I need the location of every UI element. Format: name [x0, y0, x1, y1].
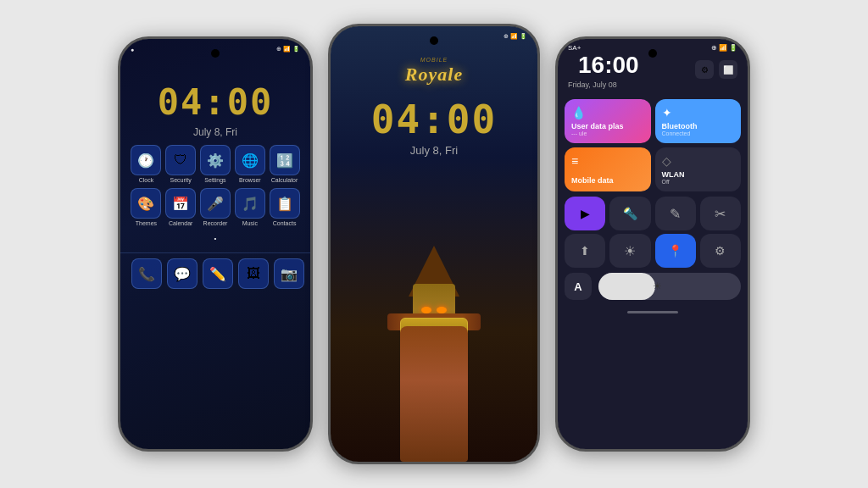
camera-hole-2 [430, 36, 438, 45]
ctrl-small-grid-row2: ⬆ ☀ 📍 ⚙ [558, 232, 748, 269]
home-bar [627, 311, 678, 313]
char-eye-left [421, 307, 431, 313]
ctrl-tile-gear[interactable]: ⚙ [700, 234, 741, 268]
browser-icon: 🌐 [235, 145, 265, 175]
wlan-tile-sub: Off [662, 179, 735, 185]
ctrl-tile-wlan[interactable]: ◇ WLAN Off [655, 147, 742, 191]
screenshot-btn[interactable]: ⬜ [719, 60, 737, 79]
dock-camera[interactable]: 📷 [273, 258, 305, 430]
data-tile-icon: 💧 [571, 106, 644, 119]
char-eyes [421, 307, 447, 313]
app-themes[interactable]: 🎨 Themes [130, 188, 162, 226]
brightness-icon: ☀ [653, 280, 662, 292]
contacts-icon: 📋 [270, 188, 300, 219]
ctrl-time: 16:00 [568, 53, 649, 77]
game-logo-royale: Royale [405, 64, 463, 86]
phone-2: ⊕ 📶 🔋 MOBILE Royale 04:00 July 8, Fri [328, 24, 540, 464]
app-security[interactable]: 🛡 Security [164, 145, 197, 183]
app-browser-label: Browser [239, 177, 261, 183]
ctrl-tile-scissors[interactable]: ✂ [700, 197, 741, 230]
app-grid-1: 🕐 Clock 🛡 Security ⚙️ Settings 🌐 Browser… [120, 138, 310, 252]
app-contacts[interactable]: 📋 Contacts [269, 188, 301, 226]
dock-1: 📞 💬 ✏️ 🖼 📷 [120, 252, 313, 449]
app-calculator[interactable]: 🔢 Calculator [269, 145, 301, 183]
mobile-data-tile-icon: ≡ [571, 154, 644, 168]
messages-icon: 💬 [167, 258, 198, 289]
app-security-label: Security [170, 177, 192, 183]
dock-phone[interactable]: 📞 [131, 258, 163, 430]
dock-messages[interactable]: 💬 [166, 258, 198, 430]
time-area-2: 04:00 July 8, Fri [371, 97, 497, 157]
status-right-2: ⊕ 📶 🔋 [504, 33, 527, 40]
char-eye-right [437, 307, 447, 313]
brightness-slider[interactable]: ☀ [598, 273, 741, 300]
character-figure [366, 258, 502, 462]
calendar-icon: 📅 [165, 188, 196, 219]
app-themes-label: Themes [136, 220, 157, 226]
app-music[interactable]: 🎵 Music [234, 188, 266, 226]
app-settings-label: Settings [204, 177, 225, 183]
ctrl-tile-location[interactable]: 📍 [655, 234, 696, 268]
home-indicator [558, 303, 748, 320]
clock-icon: 🕐 [131, 145, 161, 175]
mobile-data-tile-label: Mobile data [571, 176, 644, 185]
app-row-1: 🕐 Clock 🛡 Security ⚙️ Settings 🌐 Browser… [129, 145, 302, 183]
wlan-tile-icon: ◇ [662, 154, 735, 168]
app-music-label: Music [242, 220, 258, 226]
ctrl-tile-mobile-data[interactable]: ≡ Mobile data [565, 147, 651, 191]
game-logo: MOBILE Royale [405, 57, 463, 86]
app-calendar[interactable]: 📅 Calendar [164, 188, 197, 226]
ctrl-tile-pen[interactable]: ✎ [655, 197, 696, 230]
bluetooth-tile-sub: Connected [662, 130, 735, 136]
a-label: A [574, 280, 581, 293]
security-icon: 🛡 [165, 145, 196, 175]
bluetooth-tile-label: Bluetooth [662, 122, 735, 130]
status-left-1: ● [131, 47, 134, 53]
phone-3: SA+ ⊕ 📶 🔋 16:00 ⚙ ⬜ Friday, July 08 💧 Us… [555, 36, 750, 452]
page-dot-indicator: • [129, 231, 302, 246]
app-calculator-label: Calculator [271, 177, 298, 183]
char-body [400, 326, 468, 462]
auto-brightness-btn[interactable]: A [565, 273, 592, 300]
ctrl-tile-video[interactable]: ▶ [565, 197, 605, 230]
time-display-2: 04:00 [371, 97, 497, 142]
app-browser[interactable]: 🌐 Browser [234, 145, 266, 183]
camera-hole-1 [211, 49, 220, 58]
ctrl-tile-brightness[interactable]: ☀ [609, 234, 650, 268]
app-recorder[interactable]: 🎤 Recorder [199, 188, 231, 226]
app-contacts-label: Contacts [273, 220, 297, 226]
ctrl-status-left: SA+ [568, 44, 581, 52]
ctrl-tile-torch[interactable]: 🔦 [609, 197, 650, 230]
camera-icon: 📷 [274, 258, 304, 289]
settings-icon: ⚙️ [200, 145, 231, 175]
app-clock[interactable]: 🕐 Clock [130, 145, 162, 183]
calculator-icon: 🔢 [270, 145, 300, 175]
time-display-1: 04:00 [120, 81, 310, 123]
date-display-2: July 8, Fri [371, 144, 497, 157]
ctrl-status-right: ⊕ 📶 🔋 [711, 44, 737, 52]
ctrl-tile-data[interactable]: 💧 User data plas --- ule [565, 99, 651, 143]
ctrl-tile-upload[interactable]: ⬆ [565, 234, 605, 268]
recorder-icon: 🎤 [200, 188, 231, 219]
themes-icon: 🎨 [131, 188, 161, 219]
ctrl-big-grid: 💧 User data plas --- ule ✦ Bluetooth Con… [558, 96, 748, 195]
dock-edit[interactable]: ✏️ [202, 258, 234, 430]
app-recorder-label: Recorder [203, 220, 228, 226]
app-calendar-label: Calendar [169, 220, 192, 226]
gallery-icon: 🖼 [238, 258, 269, 289]
ctrl-small-grid-row1: ▶ 🔦 ✎ ✂ [558, 195, 748, 232]
ctrl-date: Friday, July 08 [568, 80, 617, 89]
edit-icon: ✏️ [203, 258, 233, 289]
phone-1: ● ⊕ 📶 🔋 04:00 July 8, Fri 🕐 Clock 🛡 Secu… [118, 36, 313, 452]
ctrl-bottom-row: A ☀ [558, 269, 748, 303]
ctrl-date-row: Friday, July 08 [558, 79, 748, 96]
data-tile-sub: --- ule [571, 130, 644, 136]
bluetooth-tile-icon: ✦ [662, 106, 735, 119]
data-tile-label: User data plas [571, 122, 644, 130]
app-clock-label: Clock [139, 177, 154, 183]
settings-quick-btn[interactable]: ⚙ [695, 60, 714, 79]
character-area [331, 157, 537, 462]
app-settings[interactable]: ⚙️ Settings [199, 145, 231, 183]
dock-gallery[interactable]: 🖼 [237, 258, 270, 430]
ctrl-tile-bluetooth[interactable]: ✦ Bluetooth Connected [655, 99, 742, 143]
